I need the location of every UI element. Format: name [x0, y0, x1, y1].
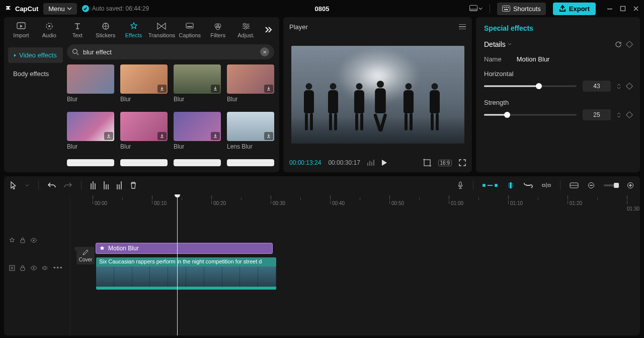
window-maximize-button[interactable]	[620, 6, 626, 12]
undo-button[interactable]	[48, 182, 56, 189]
tab-import[interactable]: Import	[7, 18, 35, 42]
tabs-more-button[interactable]	[260, 26, 276, 33]
preview-axis-button[interactable]	[542, 182, 551, 188]
reset-button[interactable]	[615, 41, 622, 48]
effects-panel: Import Audio Text Stickers Effects Trans…	[4, 17, 279, 172]
tab-transitions[interactable]: Transitions	[147, 18, 176, 42]
timeline-ruler[interactable]: 00:0000:1000:2000:3000:4000:5001:0001:10…	[70, 194, 640, 205]
svg-rect-8	[621, 7, 625, 11]
effect-clip[interactable]: Motion Blur	[96, 243, 273, 254]
ruler-tick: 01:00	[449, 195, 463, 206]
effect-thumb[interactable]: Blur	[227, 64, 274, 107]
effect-thumb[interactable]	[67, 159, 114, 170]
tab-audio[interactable]: Audio	[35, 18, 63, 42]
param-horizontal-value[interactable]: 43	[583, 81, 611, 92]
tab-captions[interactable]: Captions	[176, 18, 204, 42]
tab-stickers[interactable]: Stickers	[92, 18, 120, 42]
redo-button[interactable]	[64, 182, 72, 189]
window-close-button[interactable]	[633, 6, 639, 12]
special-effects-panel: Special effects Details Name Motion Blur…	[476, 17, 640, 172]
split-button[interactable]	[91, 181, 96, 189]
clear-search-button[interactable]: ✕	[260, 47, 269, 56]
window-minimize-button[interactable]	[607, 6, 613, 12]
player-menu-button[interactable]	[459, 24, 466, 30]
video-track-visibility-icon[interactable]	[30, 264, 37, 272]
auto-snap-toggle[interactable]	[507, 182, 515, 189]
video-clip[interactable]: Six Caucasian rappers perform in the nig…	[96, 257, 277, 290]
zoom-out-button[interactable]	[588, 182, 595, 189]
link-toggle[interactable]	[524, 183, 533, 188]
project-title[interactable]: 0805	[315, 5, 330, 13]
search-input[interactable]	[83, 48, 256, 56]
tab-filters[interactable]: Filters	[204, 18, 232, 42]
effect-thumb[interactable]: Blur	[174, 112, 221, 154]
shortcuts-button[interactable]: Shortcuts	[497, 3, 546, 15]
effect-track-effect-icon[interactable]	[9, 237, 15, 243]
effect-thumb[interactable]: Blur	[120, 64, 168, 107]
sfx-details-header[interactable]: Details	[484, 40, 512, 48]
player-viewport[interactable]	[283, 36, 472, 153]
autosave-label: Auto saved: 06:44:29	[92, 5, 149, 12]
aspect-ratio-badge[interactable]: 16:9	[438, 160, 452, 166]
video-track-lock-icon[interactable]	[20, 264, 25, 272]
effect-track-lock-icon[interactable]	[20, 237, 25, 243]
timeline-toolbar	[4, 176, 640, 194]
tab-text[interactable]: Text	[63, 18, 92, 42]
pointer-tool[interactable]	[10, 181, 17, 189]
effect-thumb[interactable]	[120, 159, 168, 170]
download-icon	[157, 132, 167, 140]
menu-button[interactable]: Menu	[43, 3, 77, 15]
sidebar-item-body-effects[interactable]: Body effects	[8, 66, 63, 82]
effect-thumb[interactable]: Blur	[67, 112, 114, 154]
timecode-total: 00:00:30:17	[328, 159, 360, 166]
effects-search[interactable]: ✕	[67, 44, 274, 59]
record-audio-button[interactable]	[457, 181, 464, 189]
tab-adjust[interactable]: Adjust.	[232, 18, 260, 42]
param-strength-value[interactable]: 25	[583, 109, 611, 120]
video-track-mute-icon[interactable]	[42, 264, 48, 272]
magnet-toggle[interactable]	[482, 184, 498, 187]
tab-effects[interactable]: Effects	[120, 18, 148, 42]
export-button[interactable]: Export	[553, 3, 596, 15]
param-horizontal-stepper[interactable]	[617, 84, 621, 89]
play-button[interactable]	[381, 159, 387, 166]
timeline-body[interactable]: 00:0000:1000:2000:3000:4000:5001:0001:10…	[70, 194, 640, 335]
trim-left-button[interactable]	[104, 181, 109, 189]
delete-button[interactable]	[130, 181, 137, 189]
effect-thumb[interactable]	[227, 159, 274, 170]
fullscreen-button[interactable]	[459, 159, 466, 166]
svg-rect-24	[510, 182, 512, 188]
layout-presets-button[interactable]	[469, 5, 482, 12]
param-strength-keyframe[interactable]	[627, 112, 632, 117]
trim-right-button[interactable]	[117, 181, 122, 189]
effect-track-visibility-icon[interactable]	[30, 238, 37, 243]
effect-thumb[interactable]	[174, 159, 221, 170]
video-track-more-icon[interactable]: •••	[53, 264, 63, 272]
download-icon	[157, 85, 167, 93]
svg-point-20	[245, 27, 247, 29]
svg-rect-26	[542, 184, 545, 186]
preview-render-button[interactable]	[570, 182, 579, 188]
param-strength-stepper[interactable]	[617, 112, 621, 118]
zoom-in-button[interactable]	[627, 182, 634, 189]
keyframe-button[interactable]	[627, 41, 632, 48]
param-strength-slider[interactable]	[484, 111, 577, 119]
param-horizontal-keyframe[interactable]	[627, 84, 632, 89]
effect-thumb[interactable]: Blur	[120, 112, 168, 154]
crop-button[interactable]	[423, 159, 431, 167]
ruler-tick: 01:10	[508, 195, 523, 206]
check-circle-icon	[82, 5, 89, 12]
svg-rect-31	[21, 240, 25, 243]
zoom-slider[interactable]	[604, 184, 618, 186]
chevron-down-icon[interactable]	[25, 183, 29, 187]
sidebar-item-video-effects[interactable]: Video effects	[8, 47, 63, 63]
volume-meter-icon[interactable]	[367, 160, 374, 166]
effect-thumb[interactable]: Lens Blur	[227, 112, 274, 154]
brand-label: CapCut	[15, 5, 38, 13]
playhead[interactable]	[177, 194, 178, 335]
effect-thumb[interactable]: Blur	[67, 64, 114, 107]
download-icon	[264, 132, 273, 140]
effect-thumb[interactable]: Blur	[174, 64, 221, 107]
video-track-add-icon[interactable]	[9, 264, 15, 272]
param-horizontal-slider[interactable]	[484, 82, 577, 90]
